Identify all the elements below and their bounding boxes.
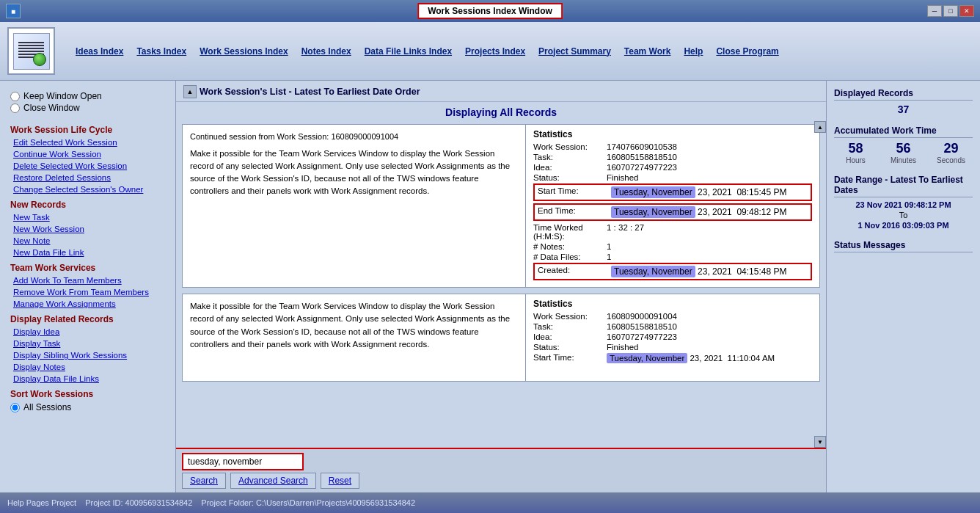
stats-title-1: Statistics xyxy=(533,129,812,139)
nav-team-work[interactable]: Team Work xyxy=(618,45,677,58)
displayed-records-value: 37 xyxy=(834,103,973,115)
system-icon[interactable]: ■ xyxy=(6,4,21,18)
nav-ideas-index[interactable]: Ideas Index xyxy=(70,45,129,58)
window-behavior-group: Keep Window Open Close Window xyxy=(0,88,175,117)
display-sibling-link[interactable]: Display Sibling Work Sessions xyxy=(0,349,175,361)
new-task-link[interactable]: New Task xyxy=(0,211,175,223)
displaying-all-header: Displaying All Records xyxy=(176,102,826,121)
stat-idea-2: Idea: 160707274977223 xyxy=(533,332,812,341)
new-note-link[interactable]: New Note xyxy=(0,235,175,247)
seconds-value: 29 xyxy=(929,141,973,156)
manage-assignments-link[interactable]: Manage Work Assignments xyxy=(0,298,175,310)
date-range-to-value: 1 Nov 2016 03:09:03 PM xyxy=(834,221,973,230)
section-team-work-title: Team Work Services xyxy=(0,258,175,274)
nav-notes-index[interactable]: Notes Index xyxy=(296,45,357,58)
section-display-related-title: Display Related Records xyxy=(0,310,175,326)
record1-body: Make it possible for the Team Work Servi… xyxy=(190,148,518,198)
stat-notes-1: # Notes: 1 xyxy=(533,242,812,251)
add-work-link[interactable]: Add Work To Team Members xyxy=(0,274,175,286)
stat-time-worked-1: Time Worked (H:M:S): 1 : 32 : 27 xyxy=(533,223,812,241)
keep-window-option[interactable]: Keep Window Open xyxy=(10,91,165,101)
section-new-records-title: New Records xyxy=(0,195,175,211)
date-range-from: 23 Nov 2021 09:48:12 PM xyxy=(834,200,973,209)
new-data-file-link[interactable]: New Data File Link xyxy=(0,247,175,258)
seconds-cell: 29 Seconds xyxy=(929,141,973,164)
time-grid: 58 Hours 56 Minutes 29 Seconds xyxy=(834,141,973,164)
display-idea-link[interactable]: Display Idea xyxy=(0,326,175,338)
record-card-2[interactable]: Make it possible for the Team Work Servi… xyxy=(182,294,820,382)
search-button[interactable]: Search xyxy=(182,473,226,489)
close-window-option[interactable]: Close Window xyxy=(10,103,165,113)
keep-window-radio[interactable] xyxy=(10,92,20,101)
title-bar: ■ Work Sessions Index Window ─ □ ✕ xyxy=(0,0,980,22)
minutes-cell: 56 Minutes xyxy=(882,141,925,164)
close-window-radio[interactable] xyxy=(10,103,20,113)
help-pages-label: Help Pages Project xyxy=(7,498,76,507)
stat-status-2: Status: Finished xyxy=(533,343,812,352)
record2-body: Make it possible for the Team Work Servi… xyxy=(190,300,518,351)
date-range-title: Date Range - Latest To Earliest Dates xyxy=(834,175,973,197)
minutes-label: Minutes xyxy=(882,156,925,164)
section-lifecycle-title: Work Session Life Cycle xyxy=(0,120,175,137)
minutes-value: 56 xyxy=(882,141,925,156)
nav-project-summary[interactable]: Project Summary xyxy=(533,45,617,58)
nav-help[interactable]: Help xyxy=(678,45,709,58)
all-sessions-label: All Sessions xyxy=(23,402,71,412)
record-card-1[interactable]: Continued session from Work Session: 160… xyxy=(182,124,820,288)
nav-projects-index[interactable]: Projects Index xyxy=(459,45,531,58)
keep-window-label: Keep Window Open xyxy=(23,91,102,101)
date-range-to-label: To xyxy=(834,211,973,219)
display-data-files-link[interactable]: Display Data File Links xyxy=(0,373,175,385)
display-task-link[interactable]: Display Task xyxy=(0,338,175,349)
main-layout: Keep Window Open Close Window Work Sessi… xyxy=(0,81,980,492)
display-notes-link[interactable]: Display Notes xyxy=(0,361,175,373)
stat-work-session-2: Work Session: 160809000091004 xyxy=(533,312,812,321)
close-window-label: Close Window xyxy=(23,103,80,113)
maximize-button[interactable]: □ xyxy=(943,5,958,17)
advanced-search-button[interactable]: Advanced Search xyxy=(230,473,316,489)
remove-work-link[interactable]: Remove Work From Team Members xyxy=(0,286,175,298)
all-sessions-option[interactable]: All Sessions xyxy=(0,401,175,414)
seconds-label: Seconds xyxy=(929,156,973,164)
edit-work-session-link[interactable]: Edit Selected Work Session xyxy=(0,137,175,148)
displayed-records-title: Displayed Records xyxy=(834,88,973,101)
hours-value: 58 xyxy=(834,141,877,156)
minimize-button[interactable]: ─ xyxy=(927,5,942,17)
continue-work-session-link[interactable]: Continue Work Session xyxy=(0,148,175,160)
scroll-up-button[interactable]: ▲ xyxy=(183,85,197,98)
stat-data-files-1: # Data Files: 1 xyxy=(533,252,812,261)
stat-created-1: Created: Tuesday, November 23, 2021 04:1… xyxy=(533,263,812,280)
hours-cell: 58 Hours xyxy=(834,141,877,164)
all-sessions-radio[interactable] xyxy=(10,403,20,412)
scroll-down-arrow[interactable]: ▼ xyxy=(814,436,826,448)
content-list-title: Work Session's List - Latest To Earliest… xyxy=(200,87,420,97)
record-right-1: Statistics Work Session: 174076609010538… xyxy=(526,125,819,287)
stat-task-1: Task: 160805158818510 xyxy=(533,153,812,161)
change-owner-link[interactable]: Change Selected Session's Owner xyxy=(0,183,175,195)
nav-data-file-links[interactable]: Data File Links Index xyxy=(359,45,458,58)
search-input[interactable] xyxy=(182,453,304,470)
nav-tasks-index[interactable]: Tasks Index xyxy=(131,45,192,58)
hours-label: Hours xyxy=(834,156,877,164)
search-bar: Search Advanced Search Reset xyxy=(176,448,826,492)
window-title: Work Sessions Index Window xyxy=(417,3,563,19)
delete-work-session-link[interactable]: Delete Selected Work Session xyxy=(0,160,175,172)
scroll-up-arrow[interactable]: ▲ xyxy=(814,121,826,133)
new-work-session-link[interactable]: New Work Session xyxy=(0,223,175,235)
status-messages-section: Status Messages xyxy=(834,240,973,252)
stat-work-session-1: Work Session: 174076609010538 xyxy=(533,142,812,151)
nav-close-program[interactable]: Close Program xyxy=(710,45,784,58)
sidebar: Keep Window Open Close Window Work Sessi… xyxy=(0,81,176,492)
logo-green-circle xyxy=(33,53,46,66)
system-icon-symbol: ■ xyxy=(11,7,15,15)
nav-work-sessions-index[interactable]: Work Sessions Index xyxy=(194,45,294,58)
records-list[interactable]: Continued session from Work Session: 160… xyxy=(176,121,826,448)
reset-button[interactable]: Reset xyxy=(321,473,359,489)
window-controls: ─ □ ✕ xyxy=(927,5,974,17)
status-bar: Help Pages Project Project ID: 400956931… xyxy=(0,492,980,513)
project-id-label: Project ID: 400956931534842 xyxy=(85,498,192,507)
close-button[interactable]: ✕ xyxy=(959,5,974,17)
restore-deleted-link[interactable]: Restore Deleted Sessions xyxy=(0,172,175,183)
section-sort-title: Sort Work Sessions xyxy=(0,385,175,401)
logo-inner xyxy=(13,33,50,70)
